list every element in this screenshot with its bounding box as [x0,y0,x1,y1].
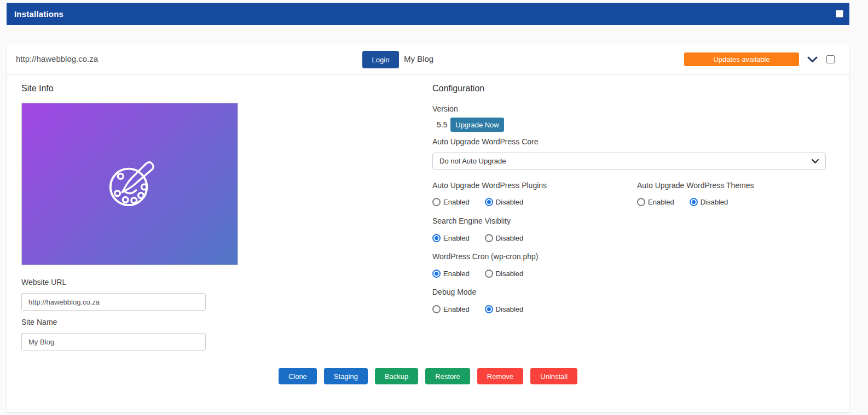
radio-unchecked-icon [432,305,441,313]
backup-button[interactable]: Backup [375,368,418,384]
installations-page: Installations http://hawebblog.co.za Log… [0,0,868,415]
uninstall-button[interactable]: Uninstall [530,368,577,384]
login-button[interactable]: Login [362,51,399,68]
site-name-label: Site Name [21,318,57,326]
select-chevron-down-icon [812,159,819,163]
auto-upgrade-themes-radios: Enabled Disabled [637,198,743,206]
radio-checked-icon [690,198,698,206]
auto-upgrade-plugins-label: Auto Upgrade WordPress Plugins [432,181,547,190]
version-label: Version [432,104,458,113]
debug-mode-label: Debug Mode [432,288,476,296]
auto-upgrade-themes-label: Auto Upgrade WordPress Themes [637,181,754,190]
radio-unchecked-icon [637,198,645,206]
wordpress-cron-radios: Enabled Disabled [432,270,539,278]
search-engine-visibility-radios: Enabled Disabled [432,234,539,242]
configuration-heading: Configuration [432,84,484,93]
themes-enabled-radio[interactable]: Enabled [637,198,674,206]
radio-checked-icon [485,198,493,206]
website-url-label: Website URL [21,278,66,287]
radio-checked-icon [432,234,441,242]
palette-icon [103,160,157,208]
radio-unchecked-icon [485,270,493,278]
radio-unchecked-icon [485,234,493,242]
action-buttons-row: Clone Staging Backup Restore Remove Unin… [7,368,849,384]
remove-button[interactable]: Remove [477,368,523,384]
page-title: Installations [14,9,63,19]
search-engine-visibility-label: Search Engine Visiblity [432,217,511,225]
plugins-disabled-radio[interactable]: Disabled [485,198,524,206]
auto-upgrade-core-label: Auto Upgrade WordPress Core [432,137,539,146]
updates-available-button[interactable]: Updates available [684,52,799,66]
auto-upgrade-plugins-radios: Enabled Disabled [432,198,539,206]
cron-disabled-radio[interactable]: Disabled [485,270,524,278]
radio-checked-icon [485,305,493,313]
debug-mode-radios: Enabled Disabled [432,305,539,313]
radio-unchecked-icon [432,198,441,206]
plugins-enabled-radio[interactable]: Enabled [432,198,470,206]
site-theme-preview [21,103,238,265]
installation-checkbox[interactable] [826,55,835,63]
installation-card: http://hawebblog.co.za Login My Blog Upd… [7,44,849,413]
site-name-input[interactable] [21,333,206,350]
header-checkbox[interactable] [836,10,843,17]
auto-upgrade-core-select[interactable]: Do not Auto Upgrade [432,153,826,169]
site-info-heading: Site Info [21,84,54,93]
cron-enabled-radio[interactable]: Enabled [432,270,470,278]
restore-button[interactable]: Restore [425,368,470,384]
upgrade-now-button[interactable]: Upgrade Now [450,118,504,132]
debug-enabled-radio[interactable]: Enabled [432,305,470,313]
installation-card-header: http://hawebblog.co.za Login My Blog Upd… [7,44,849,75]
sev-disabled-radio[interactable]: Disabled [485,234,524,242]
wordpress-cron-label: WordPress Cron (wp-cron.php) [432,252,538,261]
sev-enabled-radio[interactable]: Enabled [432,234,470,242]
radio-checked-icon [432,270,441,278]
chevron-down-icon[interactable] [807,56,818,63]
auto-upgrade-core-selected: Do not Auto Upgrade [439,157,506,165]
installation-site-name: My Blog [404,54,433,63]
staging-button[interactable]: Staging [324,368,368,384]
clone-button[interactable]: Clone [279,368,317,384]
version-value: 5.5 [437,120,447,129]
themes-disabled-radio[interactable]: Disabled [690,198,728,206]
debug-disabled-radio[interactable]: Disabled [485,305,524,313]
website-url-input[interactable] [21,293,206,311]
installation-url: http://hawebblog.co.za [16,54,98,63]
installations-header-bar: Installations [7,3,849,25]
